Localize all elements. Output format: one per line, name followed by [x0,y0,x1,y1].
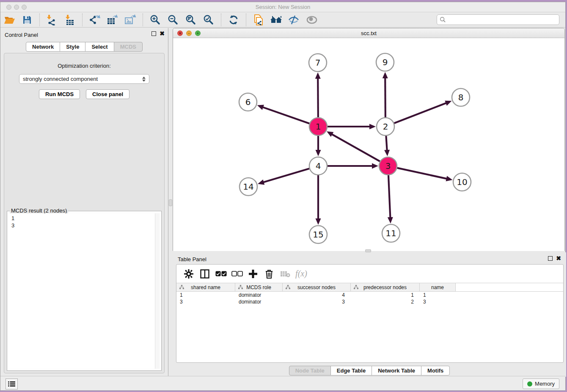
node-15[interactable]: 15 [309,226,327,243]
task-history-button[interactable] [6,378,18,389]
network-graph: 7968124314101511 [173,38,564,251]
export-network-icon[interactable] [88,14,101,26]
edge-2-3[interactable] [386,136,387,151]
tab-network-table[interactable]: Network Table [372,366,421,375]
node-label: 3 [385,161,391,171]
edge-1-6[interactable] [262,107,309,124]
edge-1-7[interactable] [318,78,318,117]
mcds-result-text[interactable]: 13 [9,213,155,369]
float-panel-icon[interactable] [151,31,156,36]
close-table-panel-icon[interactable]: ✖ [556,256,561,261]
settings-gear-icon[interactable] [182,268,195,280]
table-row[interactable]: 3dominator323 [176,298,563,305]
node-2[interactable]: 2 [377,118,394,135]
select-chevrons-icon [142,77,146,82]
tab-select[interactable]: Select [85,42,114,52]
tab-edge-table[interactable]: Edge Table [330,366,372,375]
show-panels-icon[interactable] [306,14,318,26]
cell-shared-name: 1 [176,292,235,298]
float-table-panel-icon[interactable] [548,256,553,261]
node-6[interactable]: 6 [239,93,257,111]
column-header-name[interactable]: name [420,283,456,291]
hierarchy-icon [286,285,290,291]
export-table-icon[interactable] [106,14,119,26]
table-panel-tabs: Node TableEdge TableNetwork TableMotifs [173,366,566,375]
tab-network[interactable]: Network [26,42,60,52]
table-panel-title: Table Panel [178,256,206,262]
delete-table-icon[interactable] [279,268,292,280]
edge-2-8[interactable] [394,103,447,123]
tab-node-table[interactable]: Node Table [289,366,331,375]
memory-button[interactable]: Memory [523,378,559,389]
node-7[interactable]: 7 [309,54,327,72]
control-panel-header: Control Panel ✖ [0,28,168,41]
save-icon[interactable] [21,14,33,26]
column-header-predecessor-nodes[interactable]: predecessor nodes [351,283,420,291]
edge-4-14[interactable] [263,168,309,182]
node-3[interactable]: 3 [379,157,397,175]
select-all-checkboxes-icon[interactable] [215,268,227,280]
tab-mcds[interactable]: MCDS [114,42,143,52]
node-14[interactable]: 14 [239,178,257,196]
vertical-splitter-grip[interactable] [169,199,172,206]
tab-style[interactable]: Style [60,42,85,52]
network-window-titlebar[interactable]: ✕ − + scc.txt [173,28,564,38]
edge-arrowhead [445,101,451,106]
criterion-select[interactable]: strongly connected component [19,74,149,84]
zoom-out-icon[interactable] [167,14,179,26]
network-canvas[interactable]: 7968124314101511 [173,38,564,251]
node-8[interactable]: 8 [452,88,470,106]
run-mcds-button[interactable]: Run MCDS [39,89,80,99]
function-builder-icon[interactable]: f(x) [295,268,308,280]
column-header-shared-name[interactable]: shared name [176,283,235,291]
cell-name: 3 [420,299,456,305]
edge-3-1[interactable] [331,134,380,162]
refresh-icon[interactable] [227,14,240,26]
edge-arrowhead [372,163,378,169]
column-label: predecessor nodes [363,284,407,290]
search-icon [440,17,446,23]
close-panel-icon[interactable]: ✖ [160,31,165,36]
node-label: 10 [457,177,467,187]
table-row[interactable]: 1dominator411 [176,292,563,298]
close-panel-button[interactable]: Close panel [86,89,129,99]
search-box[interactable] [437,14,559,25]
column-header-MCDS-role[interactable]: MCDS role [235,283,283,291]
import-table-icon[interactable] [63,14,76,26]
zoom-fit-icon[interactable] [184,14,197,26]
node-1[interactable]: 1 [309,118,327,135]
zoom-selected-icon[interactable] [202,14,215,26]
cell-shared-name: 3 [176,299,235,305]
column-label: shared name [191,284,220,290]
search-input[interactable] [448,17,556,23]
node-label: 9 [383,57,388,67]
horizontal-splitter-grip[interactable] [365,249,371,252]
node-4[interactable]: 4 [309,157,327,175]
node-10[interactable]: 10 [453,173,471,191]
column-label: MCDS role [246,284,271,290]
zoom-in-icon[interactable] [149,14,162,26]
delete-column-icon[interactable] [263,268,275,280]
edge-2-9[interactable] [385,77,385,117]
export-image-icon[interactable] [124,14,137,26]
node-label: 8 [458,92,464,102]
edge-3-10[interactable] [397,168,447,179]
add-column-icon[interactable] [247,268,259,280]
home-icon[interactable] [270,14,283,26]
deselect-all-checkboxes-icon[interactable] [231,268,243,280]
edge-3-11[interactable] [388,175,390,218]
tab-motifs[interactable]: Motifs [421,366,450,375]
import-network-icon[interactable] [46,14,58,26]
split-columns-icon[interactable] [198,268,211,280]
column-header-successor-nodes[interactable]: successor nodes [283,283,351,291]
result-scrollbar[interactable] [155,213,160,369]
open-folder-icon[interactable] [3,14,16,26]
control-panel-title: Control Panel [5,32,38,38]
node-11[interactable]: 11 [382,224,400,242]
node-9[interactable]: 9 [376,53,394,71]
memory-status-icon [527,381,532,386]
hide-panels-icon[interactable] [288,14,300,26]
cell-successor-nodes: 3 [283,299,351,305]
toolbar-separator [82,14,83,26]
copy-network-icon[interactable] [252,14,265,26]
